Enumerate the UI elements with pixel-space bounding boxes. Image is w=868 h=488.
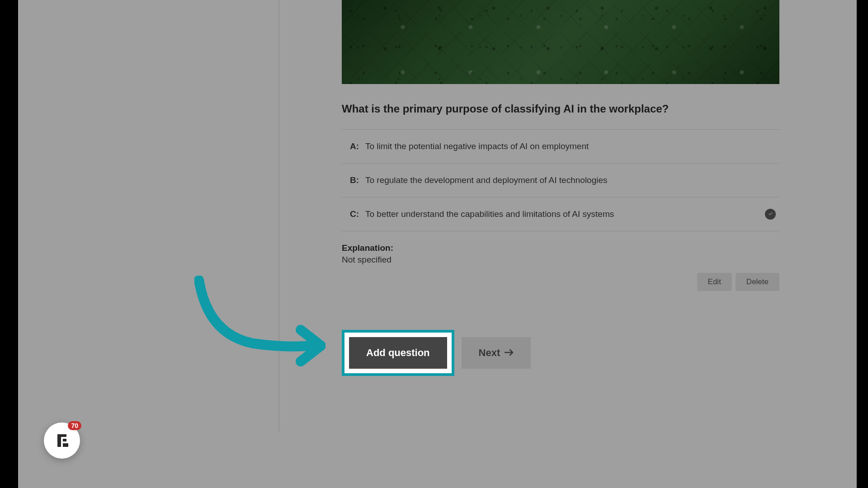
answer-row[interactable]: A: To limit the potential negative impac… <box>342 130 779 164</box>
page-container: What is the primary purpose of classifyi… <box>18 0 857 488</box>
tutorial-highlight-frame: Add question <box>342 330 454 376</box>
explanation-label: Explanation: <box>342 243 779 253</box>
next-button-label: Next <box>479 347 500 359</box>
answer-letter: A: <box>350 141 365 151</box>
explanation-text: Not specified <box>342 255 779 265</box>
tutorial-arrow-annotation <box>194 276 326 372</box>
edit-button[interactable]: Edit <box>697 273 732 291</box>
floating-help-badge[interactable]: 70 <box>44 422 80 459</box>
delete-button[interactable]: Delete <box>736 273 779 291</box>
answer-text: To regulate the development and deployme… <box>365 175 608 185</box>
explanation-section: Explanation: Not specified <box>342 243 779 265</box>
question-text: What is the primary purpose of classifyi… <box>342 101 779 117</box>
answer-text: To limit the potential negative impacts … <box>365 141 589 151</box>
app-logo-icon <box>51 430 73 451</box>
correct-answer-check-icon <box>765 209 776 220</box>
arrow-right-icon <box>505 347 514 359</box>
answer-row[interactable]: C: To better understand the capabilities… <box>342 197 779 231</box>
circuit-board-image <box>342 0 779 84</box>
notification-badge: 70 <box>68 421 81 430</box>
answer-letter: B: <box>350 175 365 185</box>
bottom-button-row: Add question Next <box>342 330 531 376</box>
answers-list: A: To limit the potential negative impac… <box>342 129 779 231</box>
answer-letter: C: <box>350 209 365 219</box>
answer-text: To better understand the capabilities an… <box>365 209 614 219</box>
question-action-buttons: Edit Delete <box>342 273 779 291</box>
answer-row[interactable]: B: To regulate the development and deplo… <box>342 164 779 197</box>
question-content-area: What is the primary purpose of classifyi… <box>342 0 779 291</box>
question-image <box>342 0 779 84</box>
add-question-button[interactable]: Add question <box>349 337 447 369</box>
next-button[interactable]: Next <box>462 337 531 369</box>
